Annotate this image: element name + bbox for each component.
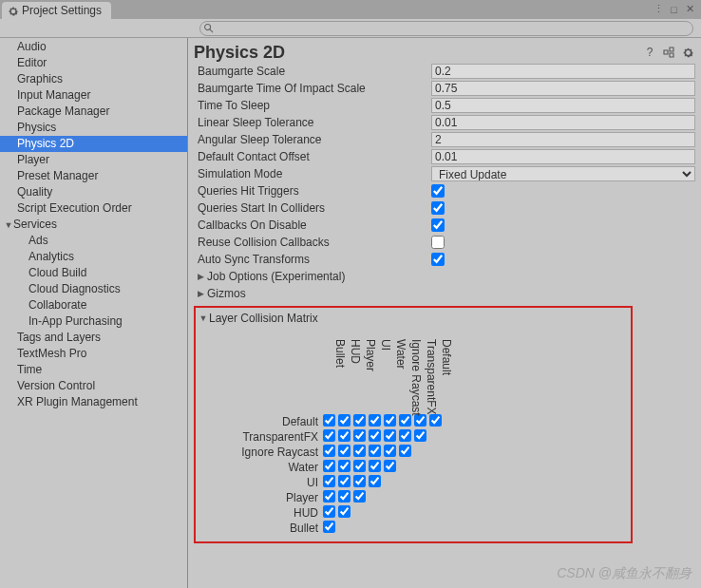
matrix-checkbox[interactable]: [338, 475, 350, 487]
matrix-checkbox[interactable]: [429, 414, 442, 427]
settings-gear-icon[interactable]: [680, 45, 695, 60]
sidebar-item-analytics[interactable]: Analytics: [0, 249, 187, 265]
prop-row: Default Contact Offset: [194, 148, 695, 165]
prop-input[interactable]: [431, 98, 695, 113]
prop-checkbox[interactable]: [431, 218, 445, 232]
matrix-checkbox[interactable]: [369, 475, 381, 487]
tab-title: Project Settings: [22, 2, 102, 19]
matrix-checkbox[interactable]: [369, 445, 381, 457]
page-title: Physics 2D: [194, 43, 638, 63]
sidebar-item-ads[interactable]: Ads: [0, 233, 187, 249]
prop-input[interactable]: [431, 115, 695, 130]
prop-checkbox[interactable]: [431, 253, 445, 266]
prop-input[interactable]: [431, 132, 695, 147]
matrix-checkbox[interactable]: [369, 429, 381, 442]
sidebar-item-preset-manager[interactable]: Preset Manager: [0, 168, 187, 184]
sidebar-item-cloud-diagnostics[interactable]: Cloud Diagnostics: [0, 281, 187, 297]
sidebar-item-xr-plugin-management[interactable]: XR Plugin Management: [0, 394, 187, 410]
matrix-checkbox[interactable]: [353, 445, 366, 457]
matrix-checkbox[interactable]: [399, 445, 411, 457]
presets-icon[interactable]: [661, 45, 676, 60]
foldout-label: Gizmos: [207, 287, 246, 300]
matrix-checkbox[interactable]: [323, 505, 335, 518]
prop-label: Baumgarte Scale: [194, 65, 431, 78]
matrix-checkbox[interactable]: [338, 460, 350, 472]
matrix-checkbox[interactable]: [353, 460, 366, 472]
layer-collision-matrix-section: ▼ Layer Collision Matrix BulletHUDPlayer…: [194, 306, 633, 543]
sidebar-item-cloud-build[interactable]: Cloud Build: [0, 265, 187, 281]
matrix-checkbox[interactable]: [323, 414, 335, 427]
matrix-checkbox[interactable]: [384, 414, 396, 427]
matrix-row-label: HUD: [198, 505, 321, 521]
menu-icon[interactable]: ⋮: [651, 2, 665, 16]
prop-row: Queries Hit Triggers: [194, 182, 695, 199]
sidebar-item-editor[interactable]: Editor: [0, 55, 187, 71]
matrix-checkbox[interactable]: [369, 414, 381, 427]
sidebar-item-in-app-purchasing[interactable]: In-App Purchasing: [0, 313, 187, 330]
prop-input[interactable]: [431, 81, 695, 96]
sidebar-item-physics-2d[interactable]: Physics 2D: [0, 136, 187, 152]
settings-content: Physics 2D ? Baumgarte ScaleBaumgarte Ti…: [188, 38, 701, 588]
search-bar: [0, 19, 701, 38]
matrix-checkbox[interactable]: [338, 505, 350, 518]
prop-input[interactable]: [431, 149, 695, 164]
sidebar-item-quality[interactable]: Quality: [0, 184, 187, 200]
close-icon[interactable]: ✕: [683, 2, 697, 16]
foldout[interactable]: ▶Gizmos: [194, 285, 695, 302]
prop-checkbox[interactable]: [431, 184, 445, 198]
sidebar-item-version-control[interactable]: Version Control: [0, 378, 187, 394]
sidebar-item-textmesh-pro[interactable]: TextMesh Pro: [0, 346, 187, 362]
matrix-col-label: HUD: [349, 339, 362, 354]
matrix-col-label: TransparentFX: [425, 339, 438, 354]
matrix-checkbox[interactable]: [353, 429, 366, 442]
matrix-checkbox[interactable]: [353, 475, 366, 487]
matrix-checkbox[interactable]: [414, 429, 426, 442]
sidebar-item-time[interactable]: Time: [0, 362, 187, 378]
sidebar-item-audio[interactable]: Audio: [0, 39, 187, 55]
matrix-col-label: Bullet: [333, 339, 347, 354]
sidebar-item-player[interactable]: Player: [0, 152, 187, 168]
matrix-checkbox[interactable]: [384, 460, 396, 472]
matrix-checkbox[interactable]: [338, 429, 350, 442]
matrix-checkbox[interactable]: [323, 429, 335, 442]
matrix-checkbox[interactable]: [369, 460, 381, 472]
matrix-row-label: Player: [198, 490, 321, 505]
maximize-icon[interactable]: □: [667, 2, 681, 16]
matrix-checkbox[interactable]: [353, 414, 366, 427]
prop-input[interactable]: [431, 64, 695, 79]
sidebar-item-collaborate[interactable]: Collaborate: [0, 297, 187, 313]
prop-checkbox[interactable]: [431, 236, 445, 249]
matrix-checkbox[interactable]: [323, 475, 335, 487]
search-input[interactable]: [199, 21, 693, 36]
matrix-checkbox[interactable]: [384, 445, 396, 457]
sidebar-item-package-manager[interactable]: Package Manager: [0, 104, 187, 120]
foldout-arrow-icon[interactable]: ▼: [198, 313, 209, 323]
gear-icon: [8, 5, 19, 16]
prop-row: Angular Sleep Tolerance: [194, 131, 695, 148]
sidebar-item-graphics[interactable]: Graphics: [0, 71, 187, 87]
expand-arrow-icon: ▼: [4, 218, 13, 234]
simulation-mode-select[interactable]: Fixed Update: [431, 166, 695, 181]
matrix-checkbox[interactable]: [323, 490, 335, 503]
matrix-checkbox[interactable]: [353, 490, 366, 503]
foldout-arrow-icon: ▶: [198, 289, 207, 298]
matrix-row-label: Water: [198, 460, 321, 475]
sidebar-item-services[interactable]: ▼Services: [0, 217, 187, 233]
tab-project-settings[interactable]: Project Settings: [2, 2, 111, 19]
matrix-checkbox[interactable]: [338, 490, 350, 503]
matrix-checkbox[interactable]: [384, 429, 396, 442]
sidebar-item-tags-and-layers[interactable]: Tags and Layers: [0, 330, 187, 346]
matrix-checkbox[interactable]: [323, 460, 335, 472]
matrix-checkbox[interactable]: [338, 414, 350, 427]
help-icon[interactable]: ?: [642, 45, 657, 60]
foldout[interactable]: ▶Job Options (Experimental): [194, 268, 695, 285]
sidebar-item-script-execution-order[interactable]: Script Execution Order: [0, 200, 187, 217]
prop-checkbox[interactable]: [431, 201, 445, 215]
matrix-checkbox[interactable]: [323, 445, 335, 457]
matrix-checkbox[interactable]: [399, 429, 411, 442]
matrix-checkbox[interactable]: [338, 445, 350, 457]
sidebar-item-physics[interactable]: Physics: [0, 120, 187, 136]
prop-label: Simulation Mode: [194, 167, 431, 180]
sidebar-item-input-manager[interactable]: Input Manager: [0, 87, 187, 104]
matrix-checkbox[interactable]: [323, 521, 335, 533]
